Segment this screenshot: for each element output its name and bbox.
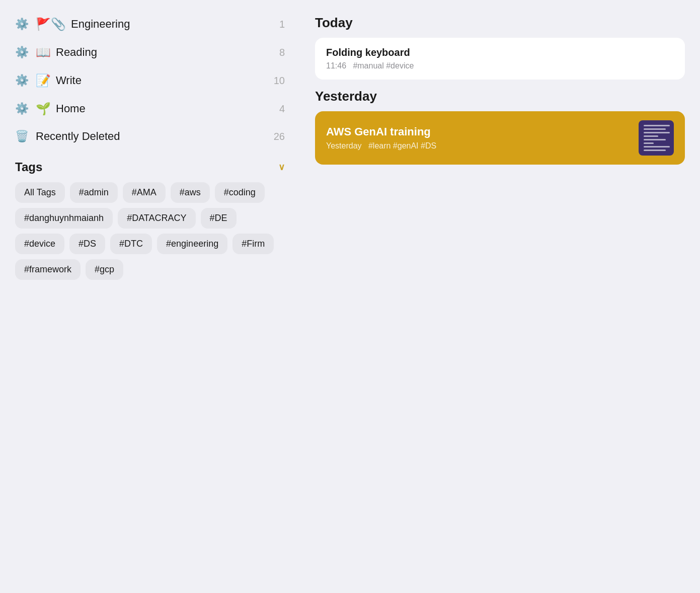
thumb-line-4 [644, 135, 658, 137]
folder-count-engineering: 1 [279, 19, 285, 30]
folder-count-reading: 8 [279, 47, 285, 58]
folder-item-recently-deleted[interactable]: 🗑️ Recently Deleted 26 [15, 123, 285, 150]
tags-container: All Tags #admin #AMA #aws #coding #dangh… [15, 182, 285, 280]
tag-device[interactable]: #device [15, 234, 64, 254]
folder-name-reading: Reading [56, 46, 279, 59]
note-tags-aws-genai: #learn #genAI #DS [368, 141, 436, 150]
thumb-line-7 [644, 146, 670, 147]
folder-name-write: Write [56, 74, 274, 87]
yesterday-label: Yesterday [315, 89, 685, 104]
thumb-line-6 [644, 142, 654, 144]
folder-item-write[interactable]: ⚙️ 📝 Write 10 [15, 66, 285, 95]
today-label: Today [315, 15, 685, 31]
tag-ama[interactable]: #AMA [123, 182, 166, 203]
thumb-line-8 [644, 150, 666, 151]
folder-count-recently-deleted: 26 [274, 131, 285, 142]
thumbnail-preview [639, 120, 674, 156]
folder-item-reading[interactable]: ⚙️ 📖 Reading 8 [15, 38, 285, 66]
tag-all-tags[interactable]: All Tags [15, 182, 65, 203]
folder-emoji-reading: 📖 [36, 45, 51, 59]
folder-item-home[interactable]: ⚙️ 🌱 Home 4 [15, 95, 285, 123]
note-time-folding-keyboard: 11:46 [326, 61, 346, 70]
tag-framework[interactable]: #framework [15, 259, 81, 280]
folder-count-write: 10 [274, 75, 285, 87]
trash-icon: 🗑️ [15, 130, 29, 143]
note-time-aws-genai: Yesterday [326, 141, 362, 150]
yesterday-section: Yesterday AWS GenAI training Yesterday #… [315, 89, 685, 165]
folder-emoji-write: 📝 [36, 73, 51, 88]
note-meta-folding-keyboard: 11:46 #manual #device [326, 61, 674, 70]
chevron-down-icon[interactable]: ∨ [278, 162, 285, 173]
tag-aws[interactable]: #aws [171, 182, 210, 203]
tags-section: Tags ∨ All Tags #admin #AMA #aws #coding… [15, 155, 285, 280]
tag-gcp[interactable]: #gcp [86, 259, 123, 280]
gear-icon-engineering: ⚙️ [15, 18, 29, 31]
folder-name-engineering: Engineering [71, 18, 279, 31]
folder-emoji-engineering: 🚩📎 [36, 17, 66, 31]
folder-count-home: 4 [279, 103, 285, 115]
tag-datacracy[interactable]: #DATACRACY [118, 208, 195, 229]
gear-icon-home: ⚙️ [15, 102, 29, 115]
tag-ds[interactable]: #DS [69, 234, 105, 254]
tag-engineering[interactable]: #engineering [157, 234, 227, 254]
note-meta-aws-genai: Yesterday #learn #genAI #DS [326, 141, 436, 151]
tag-firm[interactable]: #Firm [232, 234, 274, 254]
main-content: Today Folding keyboard 11:46 #manual #de… [300, 0, 700, 593]
today-section: Today Folding keyboard 11:46 #manual #de… [315, 15, 685, 80]
thumb-line-5 [644, 139, 666, 140]
folder-name-home: Home [56, 102, 279, 115]
thumb-line-1 [644, 125, 670, 126]
note-card-folding-keyboard[interactable]: Folding keyboard 11:46 #manual #device [315, 38, 685, 80]
tags-title: Tags [15, 160, 42, 174]
folder-item-engineering[interactable]: ⚙️ 🚩📎 Engineering 1 [15, 10, 285, 38]
tag-admin[interactable]: #admin [70, 182, 118, 203]
note-thumbnail-aws-genai [639, 120, 674, 156]
tag-coding[interactable]: #coding [215, 182, 265, 203]
thumb-line-3 [644, 132, 670, 133]
folder-name-recently-deleted: Recently Deleted [36, 130, 274, 143]
tag-dtc[interactable]: #DTC [110, 234, 152, 254]
note-card-yellow-text: AWS GenAI training Yesterday #learn #gen… [326, 125, 436, 151]
thumb-line-2 [644, 128, 666, 130]
folder-emoji-home: 🌱 [36, 102, 51, 116]
note-title-folding-keyboard: Folding keyboard [326, 47, 674, 58]
note-title-aws-genai: AWS GenAI training [326, 125, 436, 138]
sidebar: ⚙️ 🚩📎 Engineering 1 ⚙️ 📖 Reading 8 ⚙️ 📝 … [0, 0, 300, 593]
tags-header: Tags ∨ [15, 155, 285, 182]
note-tags-folding-keyboard: #manual #device [353, 61, 414, 70]
tag-danghuynhmaianh[interactable]: #danghuynhmaianh [15, 208, 113, 229]
gear-icon-reading: ⚙️ [15, 46, 29, 59]
tag-de[interactable]: #DE [201, 208, 237, 229]
note-card-aws-genai[interactable]: AWS GenAI training Yesterday #learn #gen… [315, 111, 685, 165]
gear-icon-write: ⚙️ [15, 74, 29, 87]
